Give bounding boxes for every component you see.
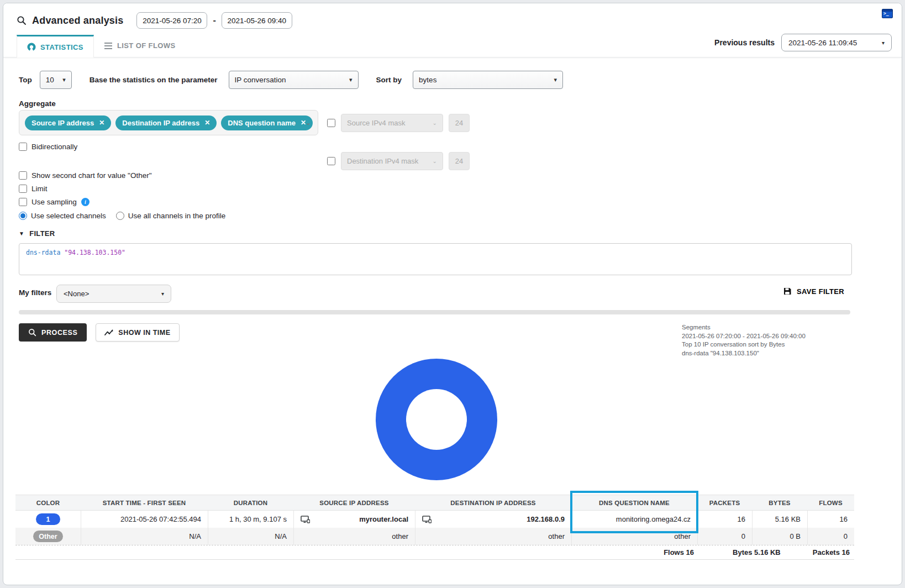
all-channels-radio[interactable]: [116, 212, 124, 220]
bytes-cell: 5.16 KB: [752, 511, 807, 528]
my-filters-label: My filters: [19, 288, 51, 297]
second-chart-checkbox[interactable]: [19, 171, 27, 180]
chip-source-ip[interactable]: Source IP address ✕: [25, 116, 111, 130]
chip-label: Source IP address: [31, 119, 94, 127]
source-mask-checkbox[interactable]: [327, 119, 335, 127]
color-cell: 1: [15, 511, 81, 528]
chip-label: Destination IP address: [122, 119, 199, 127]
table-row: 1 2021-05-26 07:42:55.494 1 h, 30 m, 9.1…: [15, 511, 854, 528]
col-destination-ip: DESTINATION IP ADDRESS: [415, 500, 571, 506]
sort-select[interactable]: bytes ▾: [413, 71, 563, 89]
close-icon[interactable]: ✕: [99, 119, 104, 127]
source-mask-value: 24: [449, 114, 470, 132]
col-source-ip: SOURCE IP ADDRESS: [293, 500, 415, 506]
filter-keyword: dns-rdata: [26, 249, 60, 256]
app-window: Advanced analysis - >_ STATISTICS LIST O…: [3, 3, 902, 585]
segments-statistic: Top 10 IP conversation sort by Bytes: [682, 340, 806, 349]
chevron-down-icon: ⌄: [433, 120, 437, 126]
selected-channels-option: Use selected channels: [19, 212, 106, 220]
use-sampling-row: Use sampling i: [19, 196, 902, 207]
footer-flows: Flows 16: [664, 548, 694, 556]
top-label: Top: [19, 76, 32, 84]
top-select-value: 10: [46, 76, 54, 84]
source-ip-cell: other: [293, 528, 415, 545]
flows-cell: 16: [807, 511, 854, 528]
destination-mask-group: Destination IPv4 mask ⌄ 24: [327, 152, 470, 170]
title-row: Advanced analysis -: [3, 3, 902, 29]
previous-results: Previous results 2021-05-26 11:09:45 ▾: [714, 34, 892, 51]
chevron-down-icon[interactable]: ⌄: [306, 119, 311, 127]
date-from-input[interactable]: [136, 12, 207, 29]
col-color: COLOR: [15, 500, 81, 506]
date-to-input[interactable]: [222, 12, 292, 29]
chip-label: DNS question name: [228, 119, 296, 127]
destination-ip-cell: 192.168.0.9: [415, 511, 571, 528]
destination-ip-cell: other: [415, 528, 571, 545]
actions-row: PROCESS SHOW IN TIME Segments 2021-05-26…: [3, 323, 902, 359]
other-badge: Other: [33, 531, 62, 542]
tab-list-of-flows[interactable]: LIST OF FLOWS: [94, 34, 186, 57]
previous-results-value: 2021-05-26 11:09:45: [788, 39, 857, 47]
show-in-time-label: SHOW IN TIME: [118, 329, 170, 337]
filter-input[interactable]: dns-rdata "94.138.103.150": [19, 243, 852, 275]
controls-row: Top 10 ▾ Base the statistics on the para…: [19, 70, 902, 90]
source-host: myrouter.local: [359, 515, 408, 523]
selected-channels-radio[interactable]: [19, 212, 27, 220]
limit-checkbox[interactable]: [19, 185, 27, 193]
limit-label: Limit: [31, 185, 48, 193]
chip-dns-question[interactable]: DNS question name ✕: [221, 116, 313, 130]
monitor-icon: [301, 516, 310, 523]
source-mask-select: Source IPv4 mask ⌄: [341, 114, 443, 132]
destination-mask-checkbox[interactable]: [327, 157, 335, 165]
destination-mask-value: 24: [449, 152, 470, 170]
filter-section-toggle[interactable]: ▼ FILTER: [19, 229, 902, 238]
search-icon: [28, 328, 36, 337]
start-time-cell: N/A: [81, 528, 208, 545]
close-icon[interactable]: ✕: [204, 119, 210, 127]
list-icon: [104, 42, 113, 50]
process-button[interactable]: PROCESS: [19, 323, 87, 342]
divider: [19, 310, 850, 314]
flow-table: COLOR START TIME - FIRST SEEN DURATION S…: [15, 495, 854, 560]
donut-chart[interactable]: [376, 359, 497, 480]
line-chart-icon: [104, 329, 113, 337]
aggregate-chips-box[interactable]: Source IP address ✕ Destination IP addre…: [19, 110, 318, 135]
save-icon: [783, 287, 792, 296]
color-cell: Other: [15, 528, 81, 545]
footer-bytes: Bytes 5.16 KB: [733, 548, 781, 556]
source-mask-label: Source IPv4 mask: [347, 119, 406, 127]
my-filters-value: <None>: [64, 290, 89, 298]
search-icon: [17, 15, 27, 25]
table-footer: Flows 16 Bytes 5.16 KB Packets 16: [15, 545, 854, 560]
table-header-row: COLOR START TIME - FIRST SEEN DURATION S…: [15, 495, 854, 511]
aggregate-label: Aggregate: [19, 99, 902, 108]
all-channels-label: Use all channels in the profile: [128, 212, 225, 220]
start-time-cell: 2021-05-26 07:42:55.494: [81, 511, 208, 528]
col-packets: PACKETS: [697, 500, 752, 506]
chevron-down-icon: ▾: [349, 76, 352, 83]
chip-destination-ip[interactable]: Destination IP address ✕: [115, 116, 217, 130]
show-in-time-button[interactable]: SHOW IN TIME: [96, 323, 179, 342]
previous-results-select[interactable]: 2021-05-26 11:09:45 ▾: [781, 34, 892, 51]
bidirectionally-checkbox[interactable]: [19, 143, 27, 151]
param-select[interactable]: IP conversation ▾: [229, 71, 359, 89]
tab-statistics[interactable]: STATISTICS: [17, 35, 94, 57]
segments-filter: dns-rdata "94.138.103.150": [682, 349, 806, 358]
channels-radio-row: Use selected channels Use all channels i…: [19, 210, 902, 221]
header: Advanced analysis - >_ STATISTICS LIST O…: [3, 3, 902, 57]
console-icon[interactable]: >_: [882, 9, 893, 18]
use-sampling-checkbox[interactable]: [19, 198, 27, 206]
my-filters-select[interactable]: <None> ▾: [56, 285, 171, 303]
date-separator: -: [213, 15, 215, 25]
destination-mask-select: Destination IPv4 mask ⌄: [341, 152, 443, 170]
chevron-down-icon: ▾: [161, 291, 164, 297]
sort-label: Sort by: [376, 76, 402, 84]
main-content: Top 10 ▾ Base the statistics on the para…: [3, 70, 902, 585]
info-icon[interactable]: i: [81, 198, 90, 206]
destination-host: 192.168.0.9: [527, 515, 565, 523]
bidirectionally-row: Bidirectionally: [19, 141, 902, 152]
save-filter-button[interactable]: SAVE FILTER: [783, 287, 844, 296]
segments-title: Segments: [682, 323, 806, 332]
top-select[interactable]: 10 ▾: [40, 71, 72, 89]
flows-cell: 0: [807, 528, 854, 545]
